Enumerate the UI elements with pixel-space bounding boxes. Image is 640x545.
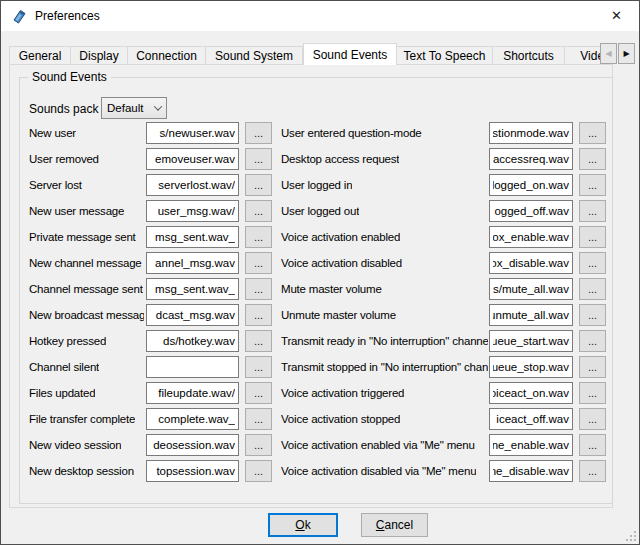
browse-button[interactable]: ...	[579, 356, 606, 378]
sound-file-path-input[interactable]	[146, 460, 239, 482]
sound-file-path-input[interactable]	[146, 434, 239, 456]
sound-event-row: New channel message ... Voice activation…	[1, 252, 640, 278]
tab-item[interactable]: Video	[565, 46, 605, 65]
browse-button[interactable]: ...	[245, 174, 272, 196]
sound-file-path-input[interactable]	[489, 460, 573, 482]
browse-button[interactable]: ...	[245, 382, 272, 404]
sound-event-label: Transmit stopped in "No interruption" ch…	[281, 361, 488, 373]
sound-events-list: New user ... User entered question-mode …	[1, 122, 640, 486]
sound-file-path-input[interactable]	[489, 148, 573, 170]
sound-file-path-input[interactable]	[489, 434, 573, 456]
sound-file-path-input[interactable]	[146, 122, 239, 144]
sound-file-path-input[interactable]	[146, 252, 239, 274]
sound-file-path-input[interactable]	[489, 304, 573, 326]
sound-file-path-input[interactable]	[489, 252, 573, 274]
sounds-pack-label: Sounds pack	[29, 102, 98, 116]
browse-button[interactable]: ...	[245, 330, 272, 352]
sound-event-label: Voice activation disabled via "Me" menu	[281, 465, 476, 477]
tab-scroll-right-button[interactable]: ▶	[618, 43, 635, 64]
sound-file-path-input[interactable]	[146, 330, 239, 352]
browse-button[interactable]: ...	[579, 304, 606, 326]
sound-file-path-input[interactable]	[489, 226, 573, 248]
browse-button[interactable]: ...	[579, 174, 606, 196]
browse-button[interactable]: ...	[579, 278, 606, 300]
sounds-pack-value: Default	[102, 102, 150, 114]
browse-button[interactable]: ...	[579, 460, 606, 482]
sound-event-label: Channel message sent	[29, 283, 143, 295]
sound-file-path-input[interactable]	[489, 356, 573, 378]
browse-button[interactable]: ...	[579, 226, 606, 248]
sound-file-path-input[interactable]	[489, 330, 573, 352]
sound-event-label: New user	[29, 127, 76, 139]
sound-file-path-input[interactable]	[146, 278, 239, 300]
tab-item[interactable]: Sound System	[206, 46, 303, 65]
sound-file-path-input[interactable]	[489, 278, 573, 300]
browse-button[interactable]: ...	[245, 148, 272, 170]
sound-file-path-input[interactable]	[489, 200, 573, 222]
sound-event-label: New video session	[29, 439, 121, 451]
sound-event-label: Files updated	[29, 387, 95, 399]
browse-button[interactable]: ...	[245, 252, 272, 274]
sound-file-path-input[interactable]	[489, 382, 573, 404]
sound-event-row: File transfer complete ... Voice activat…	[1, 408, 640, 434]
sound-event-label: Unmute master volume	[281, 309, 396, 321]
sound-event-row: Channel message sent ... Mute master vol…	[1, 278, 640, 304]
tab-item[interactable]: Shortcuts	[493, 46, 565, 65]
tab-item[interactable]: Sound Events	[303, 43, 397, 65]
cancel-button[interactable]: Cancel	[361, 513, 428, 537]
browse-button[interactable]: ...	[245, 460, 272, 482]
browse-button[interactable]: ...	[579, 252, 606, 274]
browse-button[interactable]: ...	[245, 408, 272, 430]
browse-button[interactable]: ...	[579, 330, 606, 352]
sound-event-label: New broadcast message	[29, 309, 144, 321]
sound-event-row: New video session ... Voice activation e…	[1, 434, 640, 460]
browse-button[interactable]: ...	[245, 122, 272, 144]
tab-item[interactable]: Display	[71, 46, 128, 65]
sound-event-row: Files updated ... Voice activation trigg…	[1, 382, 640, 408]
browse-button[interactable]: ...	[579, 122, 606, 144]
sound-event-label: User logged in	[281, 179, 352, 191]
sound-file-path-input[interactable]	[146, 148, 239, 170]
sound-event-label: Channel silent	[29, 361, 99, 373]
sound-event-label: Voice activation triggered	[281, 387, 404, 399]
tab-item[interactable]: General	[9, 46, 71, 65]
sound-file-path-input[interactable]	[146, 174, 239, 196]
sound-event-label: New channel message	[29, 257, 142, 269]
browse-button[interactable]: ...	[245, 434, 272, 456]
browse-button[interactable]: ...	[579, 408, 606, 430]
tab-item[interactable]: Text To Speech	[397, 46, 493, 65]
sound-file-path-input[interactable]	[489, 408, 573, 430]
browse-button[interactable]: ...	[245, 200, 272, 222]
sound-event-row: User removed ... Desktop access request …	[1, 148, 640, 174]
browse-button[interactable]: ...	[579, 434, 606, 456]
browse-button[interactable]: ...	[579, 148, 606, 170]
close-icon: ✕	[611, 8, 622, 23]
tab-item[interactable]: Connection	[128, 46, 206, 65]
sound-file-path-input[interactable]	[146, 356, 239, 378]
sound-file-path-input[interactable]	[146, 382, 239, 404]
sound-file-path-input[interactable]	[146, 304, 239, 326]
ok-button[interactable]: Ok	[268, 513, 338, 537]
sound-event-row: New desktop session ... Voice activation…	[1, 460, 640, 486]
chevron-left-icon: ◀	[605, 49, 611, 58]
browse-button[interactable]: ...	[245, 356, 272, 378]
sound-file-path-input[interactable]	[489, 122, 573, 144]
sound-file-path-input[interactable]	[146, 226, 239, 248]
sound-file-path-input[interactable]	[146, 200, 239, 222]
sound-event-label: Voice activation stopped	[281, 413, 400, 425]
tab-strip: GeneralDisplayConnectionSound SystemSoun…	[9, 43, 605, 65]
sound-event-row: New broadcast message ... Unmute master …	[1, 304, 640, 330]
resize-grip[interactable]	[626, 531, 636, 541]
browse-button[interactable]: ...	[245, 278, 272, 300]
sound-file-path-input[interactable]	[146, 408, 239, 430]
sound-file-path-input[interactable]	[489, 174, 573, 196]
tab-scroll-left-button[interactable]: ◀	[600, 43, 617, 64]
sounds-pack-select[interactable]: Default	[101, 97, 167, 119]
browse-button[interactable]: ...	[245, 226, 272, 248]
browse-button[interactable]: ...	[579, 200, 606, 222]
sound-event-label: Mute master volume	[281, 283, 382, 295]
close-button[interactable]: ✕	[594, 1, 639, 30]
browse-button[interactable]: ...	[245, 304, 272, 326]
browse-button[interactable]: ...	[579, 382, 606, 404]
app-icon	[11, 8, 27, 24]
